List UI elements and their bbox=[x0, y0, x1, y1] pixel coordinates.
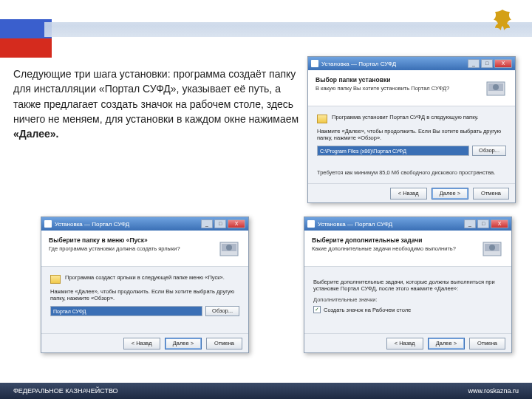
next-button[interactable]: Далее > bbox=[165, 338, 202, 349]
disk-icon bbox=[484, 76, 508, 100]
hint-text: Выберите дополнительные задачи, которые … bbox=[313, 279, 502, 292]
org-name: ФЕДЕРАЛЬНОЕ КАЗНАЧЕЙСТВО bbox=[13, 387, 118, 395]
checkbox-label: Создать значок на Рабочем столе bbox=[324, 307, 411, 313]
hint-text: Нажмите «Далее», чтобы продолжить. Если … bbox=[50, 288, 239, 301]
close-button[interactable]: X bbox=[491, 219, 508, 228]
body-text: Программа установит Портал СУФД в следую… bbox=[332, 114, 479, 121]
step-subtitle: Где программа установки должна создать я… bbox=[49, 245, 213, 252]
minimize-button[interactable]: _ bbox=[468, 59, 480, 68]
maximize-button[interactable]: □ bbox=[214, 219, 226, 228]
org-url: www.roskazna.ru bbox=[468, 387, 519, 395]
instruction-text: Следующие три шага установки: программа … bbox=[13, 66, 301, 141]
back-button[interactable]: < Назад bbox=[390, 188, 427, 200]
step-subtitle: В какую папку Вы хотите установить Порта… bbox=[316, 85, 480, 92]
disk-space-text: Требуется как минимум 85,0 Мб свободного… bbox=[317, 169, 506, 176]
maximize-button[interactable]: □ bbox=[477, 219, 489, 228]
browse-button[interactable]: Обзор... bbox=[205, 306, 239, 316]
next-button[interactable]: Далее > bbox=[432, 188, 468, 200]
cancel-button[interactable]: Отмена bbox=[206, 338, 242, 349]
folder-icon bbox=[50, 275, 61, 284]
desktop-icon-checkbox[interactable]: ✓ bbox=[313, 306, 321, 313]
back-button[interactable]: < Назад bbox=[386, 338, 423, 349]
eagle-emblem-icon bbox=[484, 6, 521, 43]
titlebar[interactable]: Установка — Портал СУФД _ □ X bbox=[304, 217, 511, 231]
disk-icon bbox=[480, 236, 504, 260]
svg-point-8 bbox=[489, 245, 495, 250]
next-button[interactable]: Далее > bbox=[428, 338, 465, 349]
minimize-button[interactable]: _ bbox=[201, 219, 213, 228]
installer-window-folder: Установка — Портал СУФД _ □ X Выбор папк… bbox=[307, 56, 516, 203]
hint-text: Нажмите «Далее», чтобы продолжить. Если … bbox=[317, 128, 506, 141]
section-label: Дополнительные значки: bbox=[313, 296, 502, 303]
header-ribbon bbox=[0, 0, 532, 52]
disk-icon bbox=[217, 236, 241, 260]
close-button[interactable]: X bbox=[228, 219, 245, 228]
page-footer: ФЕДЕРАЛЬНОЕ КАЗНАЧЕЙСТВО www.roskazna.ru bbox=[0, 383, 532, 399]
app-icon bbox=[311, 60, 318, 67]
startmenu-path-input[interactable]: Портал СУФД bbox=[50, 306, 202, 316]
installer-window-startmenu: Установка — Портал СУФД _ □ X Выберите п… bbox=[41, 216, 249, 353]
window-title: Установка — Портал СУФД bbox=[55, 221, 201, 228]
maximize-button[interactable]: □ bbox=[481, 59, 493, 68]
app-icon bbox=[307, 220, 315, 228]
step-subtitle: Какие дополнительные задачи необходимо в… bbox=[312, 245, 476, 252]
svg-point-2 bbox=[493, 84, 499, 90]
titlebar[interactable]: Установка — Портал СУФД _ □ X bbox=[308, 57, 515, 70]
cancel-button[interactable]: Отмена bbox=[469, 338, 505, 349]
step-title: Выберите папку в меню «Пуск» bbox=[49, 236, 213, 244]
step-title: Выберите дополнительные задачи bbox=[312, 236, 476, 244]
close-button[interactable]: X bbox=[494, 59, 512, 68]
cancel-button[interactable]: Отмена bbox=[473, 188, 509, 200]
back-button[interactable]: < Назад bbox=[123, 338, 160, 349]
svg-point-5 bbox=[226, 245, 232, 250]
window-title: Установка — Портал СУФД bbox=[318, 221, 464, 228]
app-icon bbox=[44, 220, 52, 228]
minimize-button[interactable]: _ bbox=[464, 219, 476, 228]
window-title: Установка — Портал СУФД bbox=[321, 61, 468, 67]
body-text: Программа создаст ярлыки в следующей пап… bbox=[65, 274, 225, 282]
browse-button[interactable]: Обзор... bbox=[472, 146, 506, 156]
russian-flag bbox=[0, 0, 52, 59]
folder-icon bbox=[317, 115, 327, 123]
titlebar[interactable]: Установка — Портал СУФД _ □ X bbox=[41, 217, 248, 231]
installer-window-tasks: Установка — Портал СУФД _ □ X Выберите д… bbox=[304, 216, 512, 353]
step-title: Выбор папки установки bbox=[316, 76, 480, 83]
install-path-input[interactable]: C:\Program Files (x86)\Портал СУФД bbox=[317, 146, 469, 156]
